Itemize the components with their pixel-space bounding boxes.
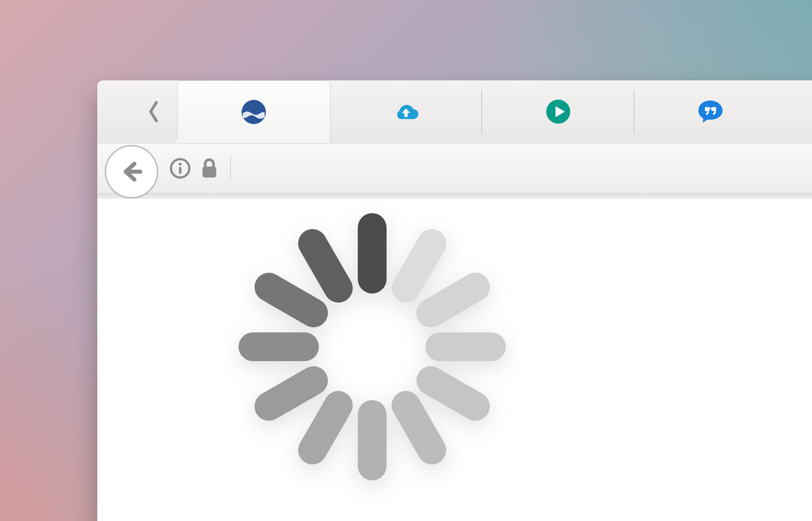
cloud-upload-icon	[393, 99, 419, 125]
tab-scroll-left[interactable]	[97, 80, 178, 143]
page-content	[97, 199, 812, 521]
toolbar-shadow	[97, 194, 812, 199]
play-circle-icon	[545, 99, 571, 125]
globe-icon	[241, 99, 267, 125]
browser-tab-2[interactable]	[482, 80, 634, 143]
url-bar-indicators	[169, 156, 244, 181]
spinner-blade	[239, 332, 319, 361]
back-button[interactable]	[105, 145, 158, 198]
url-separator	[230, 156, 231, 181]
svg-rect-7	[179, 167, 182, 174]
navigation-toolbar	[97, 143, 812, 194]
browser-tab-1[interactable]	[330, 80, 482, 143]
desktop-background: ”	[0, 0, 812, 521]
chevron-left-icon	[146, 100, 161, 123]
browser-tab-3[interactable]: ”	[634, 80, 787, 143]
info-circle-icon[interactable]	[169, 157, 191, 179]
spinner-blade	[358, 213, 387, 293]
chat-quote-icon: ”	[697, 99, 724, 125]
browser-tab-0[interactable]	[178, 81, 330, 143]
arrow-left-icon	[120, 160, 143, 184]
svg-rect-8	[203, 167, 217, 178]
tab-strip: ”	[97, 80, 812, 143]
loading-spinner	[237, 211, 508, 482]
spinner-blade	[425, 332, 506, 361]
spinner-blade	[358, 400, 387, 480]
lock-icon[interactable]	[200, 157, 219, 179]
browser-window: ”	[97, 80, 812, 521]
url-input[interactable]	[239, 156, 244, 181]
svg-point-6	[179, 163, 182, 166]
